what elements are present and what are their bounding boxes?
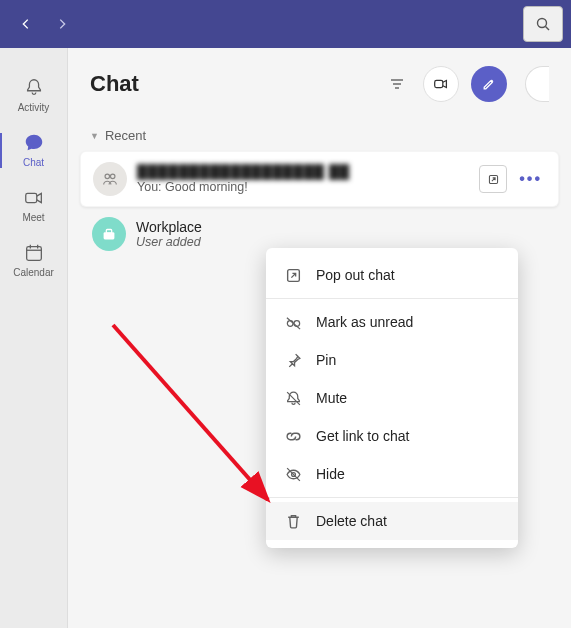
forward-button[interactable]	[52, 14, 72, 34]
pin-icon	[284, 351, 302, 369]
popout-icon	[284, 266, 302, 284]
menu-label: Pin	[316, 352, 336, 368]
svg-line-20	[286, 317, 299, 328]
calendar-icon	[22, 241, 46, 265]
menu-separator	[266, 497, 518, 498]
rail-item-meet[interactable]: Meet	[0, 178, 67, 233]
section-label: Recent	[105, 128, 146, 143]
chat-preview: You: Good morning!	[137, 180, 469, 194]
rail-item-chat[interactable]: Chat	[0, 123, 67, 178]
search-button[interactable]	[523, 6, 563, 42]
svg-rect-3	[26, 247, 41, 261]
rail-label: Chat	[23, 157, 44, 168]
avatar[interactable]	[525, 66, 549, 102]
chat-icon	[22, 131, 46, 155]
link-icon	[284, 427, 302, 445]
svg-point-17	[287, 320, 293, 326]
video-icon	[22, 186, 46, 210]
chevron-down-icon: ▼	[90, 131, 99, 141]
svg-point-18	[293, 320, 299, 326]
popout-button[interactable]	[479, 165, 507, 193]
rail-item-activity[interactable]: Activity	[0, 68, 67, 123]
page-title: Chat	[90, 71, 139, 97]
svg-point-11	[105, 174, 110, 179]
menu-item-unread[interactable]: Mark as unread	[266, 303, 518, 341]
menu-item-pin[interactable]: Pin	[266, 341, 518, 379]
menu-label: Pop out chat	[316, 267, 395, 283]
more-options-button[interactable]: •••	[515, 170, 546, 188]
section-recent[interactable]: ▼ Recent	[68, 120, 571, 151]
meet-now-button[interactable]	[423, 66, 459, 102]
group-avatar-icon	[93, 162, 127, 196]
rail-label: Calendar	[13, 267, 54, 278]
bell-off-icon	[284, 389, 302, 407]
chat-item[interactable]: ██████████████████ ██ You: Good morning!…	[80, 151, 559, 207]
rail-label: Activity	[18, 102, 50, 113]
svg-rect-10	[435, 80, 443, 87]
chat-list: ██████████████████ ██ You: Good morning!…	[68, 151, 571, 261]
menu-label: Mute	[316, 390, 347, 406]
back-button[interactable]	[16, 14, 36, 34]
chat-header: Chat	[68, 48, 571, 120]
rail-item-calendar[interactable]: Calendar	[0, 233, 67, 288]
menu-label: Mark as unread	[316, 314, 413, 330]
chat-preview: User added	[136, 235, 547, 249]
menu-label: Delete chat	[316, 513, 387, 529]
svg-line-1	[546, 27, 550, 31]
titlebar	[0, 0, 571, 48]
filter-button[interactable]	[383, 66, 411, 102]
workplace-avatar-icon	[92, 217, 126, 251]
menu-item-mute[interactable]: Mute	[266, 379, 518, 417]
svg-point-0	[538, 19, 547, 28]
compose-button[interactable]	[471, 66, 507, 102]
app-rail: Activity Chat Meet Calendar	[0, 48, 68, 628]
chat-name: Workplace	[136, 219, 547, 235]
eye-off-icon	[284, 465, 302, 483]
rail-label: Meet	[22, 212, 44, 223]
svg-rect-2	[25, 193, 36, 202]
context-menu: Pop out chat Mark as unread Pin Mute Get…	[266, 248, 518, 548]
svg-point-12	[110, 174, 115, 179]
menu-separator	[266, 298, 518, 299]
menu-item-link[interactable]: Get link to chat	[266, 417, 518, 455]
bell-icon	[22, 76, 46, 100]
menu-label: Hide	[316, 466, 345, 482]
menu-item-popout[interactable]: Pop out chat	[266, 256, 518, 294]
svg-rect-15	[106, 230, 111, 234]
menu-item-hide[interactable]: Hide	[266, 455, 518, 493]
glasses-icon	[284, 313, 302, 331]
menu-label: Get link to chat	[316, 428, 409, 444]
chat-name: ██████████████████ ██	[137, 164, 469, 180]
menu-item-delete[interactable]: Delete chat	[266, 502, 518, 540]
trash-icon	[284, 512, 302, 530]
